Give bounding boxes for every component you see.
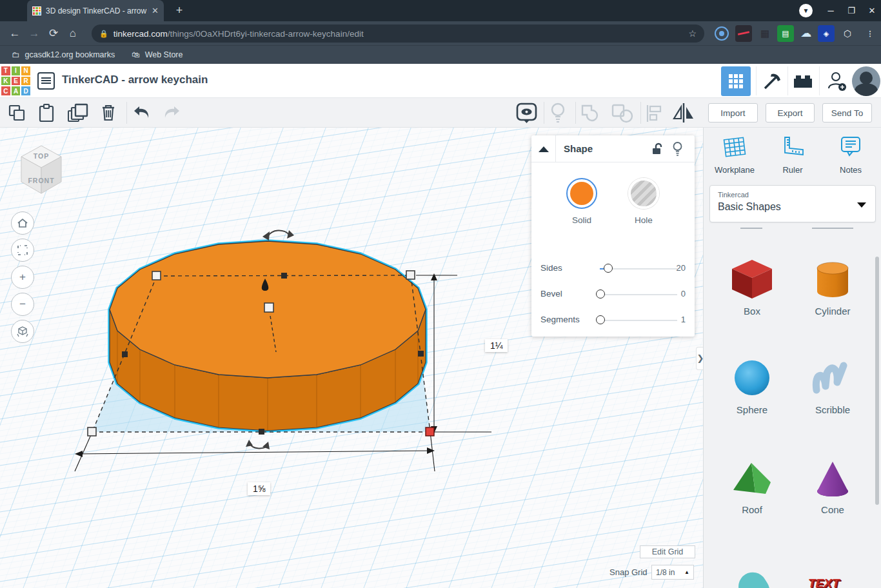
- dimension-width-label[interactable]: 1⅝: [248, 482, 270, 495]
- bookmarks-bar: 🗀 gcasdk12.org bookmarks 🛍 Web Store: [0, 45, 881, 64]
- show-all-icon[interactable]: [516, 103, 537, 127]
- extensions-puzzle-icon[interactable]: ⬡: [839, 25, 856, 42]
- webstore-icon: 🛍: [132, 50, 140, 59]
- design-menu-icon[interactable]: [37, 72, 55, 90]
- shape-tile-box[interactable]: Box: [717, 258, 787, 317]
- delete-icon[interactable]: [100, 103, 117, 124]
- tab-close-icon[interactable]: ✕: [152, 6, 159, 15]
- scale-handle-back[interactable]: [281, 273, 287, 279]
- address-bar[interactable]: 🔒 tinkercad.com /things/0OaXHDrt6yi-tink…: [92, 24, 704, 43]
- segments-slider-knob[interactable]: [596, 315, 605, 324]
- new-tab-button[interactable]: +: [173, 5, 186, 17]
- extension-barcode-icon[interactable]: [735, 25, 752, 42]
- grid-icon: [729, 74, 743, 88]
- dimension-height-label[interactable]: 1¼: [485, 339, 508, 352]
- viewcube-top-label[interactable]: TOP: [18, 152, 64, 160]
- close-button[interactable]: ✕: [864, 3, 880, 19]
- bookmark-item[interactable]: Web Store: [145, 50, 183, 59]
- restore-button[interactable]: ❐: [844, 3, 859, 19]
- shape-tile-scribble[interactable]: Scribble: [797, 357, 868, 415]
- user-avatar[interactable]: [852, 66, 880, 96]
- corner-handle-back-left[interactable]: [152, 271, 161, 280]
- zoom-out-button[interactable]: −: [11, 293, 34, 316]
- solid-option[interactable]: Solid: [553, 178, 611, 225]
- align-icon[interactable]: [645, 104, 663, 126]
- browser-menu-icon[interactable]: ⋮: [862, 25, 878, 42]
- shape-tile-partial-round-roof[interactable]: [726, 566, 778, 588]
- viewcube-front-label[interactable]: FRONT: [18, 177, 64, 184]
- home-view-button[interactable]: [11, 211, 34, 235]
- corner-handle-back-right[interactable]: [406, 271, 415, 279]
- scale-handle-left[interactable]: [122, 351, 128, 357]
- bevel-slider-knob[interactable]: [596, 289, 605, 299]
- paste-icon[interactable]: [37, 103, 55, 125]
- workplane-tool[interactable]: Workplane: [709, 135, 760, 175]
- cone-shape-icon: [810, 456, 855, 499]
- snap-grid-select[interactable]: 1/8 in ▲: [651, 565, 694, 580]
- back-icon[interactable]: ←: [5, 27, 25, 40]
- collapse-panel-button[interactable]: [531, 135, 556, 162]
- sidebar-collapse-icon[interactable]: ❯: [696, 347, 703, 370]
- zoom-in-button[interactable]: +: [11, 266, 34, 289]
- shape-tile-sphere[interactable]: Sphere: [717, 357, 787, 415]
- duplicate-icon[interactable]: [67, 103, 89, 125]
- slider-track[interactable]: [600, 294, 677, 295]
- top-center-handle[interactable]: [264, 303, 273, 312]
- triangle-up-icon: [539, 146, 549, 152]
- shape-tile-cone[interactable]: Cone: [797, 456, 868, 515]
- corner-handle-front-left[interactable]: [88, 427, 96, 436]
- dashboard-grid-button[interactable]: [721, 66, 751, 96]
- corner-handle-active[interactable]: [426, 427, 434, 436]
- edit-grid-button[interactable]: Edit Grid: [640, 545, 695, 558]
- extension-cloud-icon[interactable]: ☁: [798, 25, 815, 42]
- profile-chip-icon[interactable]: ▼: [799, 4, 813, 17]
- send-to-button[interactable]: Send To: [822, 103, 872, 122]
- undo-icon[interactable]: [132, 105, 151, 123]
- import-button[interactable]: Import: [708, 103, 758, 122]
- minecraft-pickaxe-icon[interactable]: [757, 66, 787, 96]
- redo-icon[interactable]: [163, 105, 182, 123]
- reload-icon[interactable]: ⟳: [44, 26, 63, 40]
- shape-category-dropdown[interactable]: Tinkercad Basic Shapes: [709, 185, 876, 222]
- perspective-toggle-button[interactable]: [11, 320, 34, 343]
- extension-sheet-icon[interactable]: ▤: [777, 25, 794, 42]
- slider-track[interactable]: [600, 320, 677, 321]
- minimize-button[interactable]: ─: [823, 3, 838, 19]
- ruler-tool[interactable]: Ruler: [767, 135, 818, 175]
- hide-shape-icon[interactable]: [672, 141, 683, 159]
- notes-tool[interactable]: Notes: [825, 135, 876, 175]
- bookmark-item[interactable]: gcasdk12.org bookmarks: [25, 50, 115, 59]
- design-title[interactable]: TinkerCAD - arrow keychain: [62, 74, 208, 86]
- extension-qr-icon[interactable]: ▦: [757, 25, 773, 42]
- hole-swatch[interactable]: [628, 178, 659, 209]
- sides-slider-knob[interactable]: [604, 264, 613, 273]
- forward-icon[interactable]: →: [25, 27, 44, 40]
- fit-view-button[interactable]: [11, 239, 34, 262]
- browser-tab[interactable]: 3D design TinkerCAD - arrow key ✕: [27, 0, 164, 21]
- bookmark-star-icon[interactable]: ☆: [688, 28, 697, 39]
- scale-handle-front[interactable]: [259, 429, 264, 435]
- flip-mirror-icon[interactable]: [672, 102, 695, 126]
- segments-slider-row: Segments 1: [540, 313, 686, 326]
- export-button[interactable]: Export: [766, 103, 815, 122]
- tinkercad-logo[interactable]: TIN KER CAD: [0, 65, 32, 97]
- ungroup-icon[interactable]: [611, 104, 633, 126]
- view-cube[interactable]: TOP FRONT: [18, 143, 64, 196]
- add-user-icon[interactable]: [822, 66, 852, 96]
- solid-swatch[interactable]: [566, 178, 597, 209]
- home-icon[interactable]: ⌂: [63, 27, 83, 40]
- group-icon[interactable]: [580, 104, 601, 126]
- sidebar-scrollbar[interactable]: [875, 257, 879, 505]
- shape-tile-cylinder[interactable]: Cylinder: [797, 258, 868, 317]
- unlock-icon[interactable]: [651, 142, 663, 158]
- lightbulb-icon[interactable]: [549, 102, 566, 126]
- hole-option[interactable]: Hole: [615, 178, 673, 225]
- shape-tile-roof[interactable]: Roof: [717, 456, 787, 515]
- extension-record-icon[interactable]: [715, 26, 729, 41]
- scale-handle-right[interactable]: [418, 351, 424, 357]
- clipped-shape-label: [740, 226, 762, 229]
- shape-tile-partial-text[interactable]: TEXT: [808, 576, 840, 588]
- extension-diamond-icon[interactable]: ◈: [818, 25, 835, 42]
- copy-icon[interactable]: [8, 104, 26, 124]
- lego-brick-icon[interactable]: [788, 66, 818, 96]
